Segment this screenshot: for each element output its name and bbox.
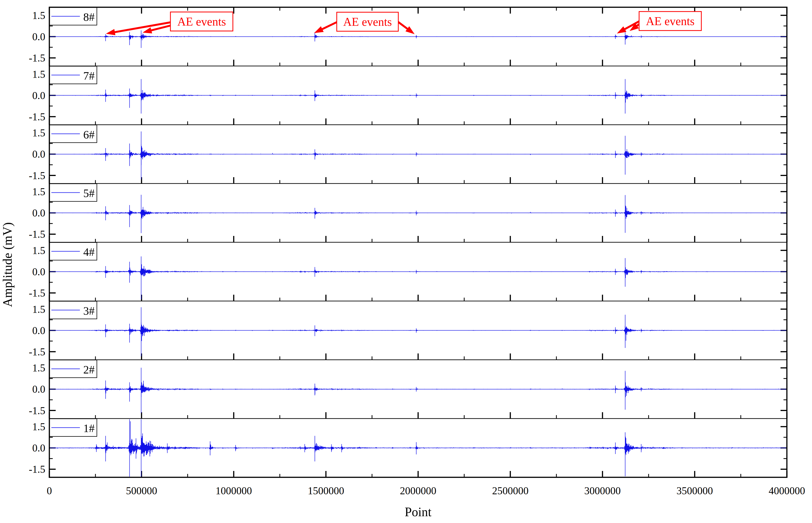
- y-tick-label: 1.5: [32, 10, 46, 21]
- chart-canvas: 1.50.0-1.58#1.50.0-1.57#1.50.0-1.56#1.50…: [0, 0, 812, 523]
- legend-label: 4#: [83, 246, 94, 258]
- x-tick-label: 3500000: [676, 485, 713, 497]
- y-tick-label: 1.5: [32, 304, 46, 315]
- x-axis-title: Point: [405, 505, 431, 519]
- x-tick-label: 2500000: [492, 485, 528, 497]
- y-axis-title: Amplitude (mV): [0, 222, 15, 307]
- legend-label: 5#: [83, 187, 94, 199]
- legend-7: 7#: [50, 66, 97, 84]
- legend-label: 8#: [83, 11, 94, 23]
- y-tick-label: 0.0: [32, 90, 46, 101]
- legend-8: 8#: [50, 7, 97, 25]
- legend-4: 4#: [50, 242, 97, 260]
- y-tick-label: -1.5: [29, 111, 45, 123]
- y-tick-label: -1.5: [29, 229, 45, 240]
- y-tick-label: -1.5: [29, 405, 45, 416]
- y-tick-label: -1.5: [29, 287, 45, 299]
- y-tick-label: 0.0: [32, 325, 46, 336]
- y-tick-label: 1.5: [32, 186, 46, 197]
- legend-5: 5#: [50, 184, 97, 201]
- y-tick-label: 0.0: [32, 207, 46, 219]
- legend-label: 6#: [83, 128, 94, 141]
- annotation-label: AE events: [646, 15, 694, 28]
- y-tick-label: 0.0: [32, 266, 46, 277]
- legend-label: 2#: [83, 363, 94, 376]
- legend-3: 3#: [50, 301, 97, 319]
- legend-6: 6#: [50, 125, 97, 143]
- legend-label: 3#: [83, 305, 94, 317]
- x-tick-label: 0: [47, 485, 52, 497]
- y-tick-label: 1.5: [32, 362, 46, 374]
- y-tick-label: 1.5: [32, 421, 46, 433]
- legend-label: 7#: [83, 69, 94, 82]
- y-tick-label: 0.0: [32, 31, 46, 42]
- y-tick-label: -1.5: [29, 346, 45, 358]
- y-tick-label: -1.5: [29, 52, 45, 64]
- ae-waveform-figure: 1.50.0-1.58#1.50.0-1.57#1.50.0-1.56#1.50…: [0, 0, 812, 523]
- x-tick-label: 4000000: [769, 485, 805, 497]
- annotation-label: AE events: [343, 15, 392, 28]
- x-tick-label: 1500000: [308, 485, 344, 497]
- x-tick-label: 1000000: [215, 485, 252, 497]
- x-tick-label: 2000000: [400, 485, 436, 497]
- legend-label: 1#: [83, 422, 94, 435]
- y-tick-label: 1.5: [32, 69, 46, 80]
- y-tick-label: 1.5: [32, 127, 46, 139]
- y-tick-label: 0.0: [32, 383, 46, 395]
- legend-2: 2#: [50, 360, 97, 378]
- y-tick-label: 1.5: [32, 245, 46, 256]
- annotation-label: AE events: [177, 15, 226, 28]
- y-tick-label: 0.0: [32, 442, 46, 454]
- y-tick-label: -1.5: [29, 464, 45, 475]
- legend-1: 1#: [50, 419, 97, 436]
- x-tick-label: 500000: [126, 485, 157, 497]
- y-tick-label: -1.5: [29, 170, 45, 181]
- y-tick-label: 0.0: [32, 148, 46, 160]
- x-tick-label: 3000000: [584, 485, 621, 497]
- figure-background: [0, 0, 812, 523]
